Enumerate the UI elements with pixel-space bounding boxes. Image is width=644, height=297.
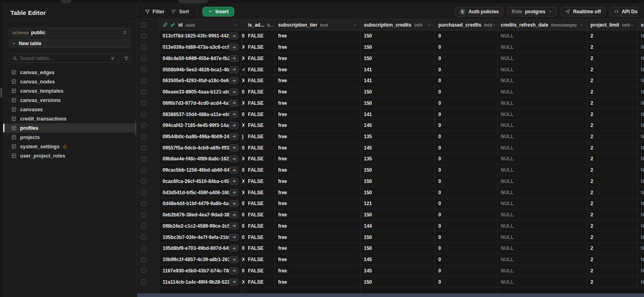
credits-refresh-date-cell[interactable]: NULL xyxy=(497,131,587,142)
column-header-is-admin[interactable]: is_ad... b... xyxy=(245,19,275,30)
table-row[interactable]: 0508b94b-5ee2-4626-bca1-4bca... -0 FALSE… xyxy=(137,64,644,75)
is-admin-cell[interactable]: FALSE xyxy=(245,142,275,153)
project-limit-cell[interactable]: 2 xyxy=(587,276,638,287)
is-admin-cell[interactable]: FALSE xyxy=(245,220,275,231)
truncated-cell[interactable]: 0 xyxy=(241,232,245,243)
subscription-credits-cell[interactable]: 135 xyxy=(361,131,435,142)
subscription-credits-cell[interactable]: 145 xyxy=(361,120,435,131)
subscription-credits-cell[interactable]: 145 xyxy=(361,254,435,265)
purchased-credits-cell[interactable]: 0 xyxy=(435,120,497,131)
api-docs-button[interactable]: API Do xyxy=(609,7,638,17)
subscription-tier-cell[interactable]: free xyxy=(275,176,361,187)
subscription-credits-cell[interactable]: 150 xyxy=(361,243,435,254)
table-row[interactable]: 11a114cb-1a4c-49f4-9b28-52219ec... X FAL… xyxy=(137,276,644,288)
row-checkbox[interactable] xyxy=(141,112,147,117)
subscription-tier-cell[interactable]: free xyxy=(275,232,361,243)
truncated-cell[interactable]: 0( xyxy=(241,220,245,231)
subscription-tier-cell[interactable]: free xyxy=(275,98,361,108)
expand-row-button[interactable] xyxy=(229,100,239,107)
truncated-cell[interactable]: 0 xyxy=(241,198,245,209)
search-tables-input[interactable]: Search tables... xyxy=(9,54,119,63)
credits-refresh-date-cell[interactable]: NULL xyxy=(497,154,587,164)
sidebar-table-item[interactable]: canvas_edges xyxy=(3,68,137,77)
truncated-right-cell[interactable]: NU xyxy=(638,210,644,220)
expand-row-button[interactable] xyxy=(229,178,239,185)
truncated-right-cell[interactable]: NU xyxy=(638,232,644,243)
table-row[interactable]: 1167e930-e5b0-43b7-b74c-788c9... 0 FALSE… xyxy=(137,265,644,276)
truncated-cell[interactable]: X xyxy=(241,42,245,53)
row-checkbox[interactable] xyxy=(141,45,147,50)
chevrons-down-icon[interactable] xyxy=(110,56,115,61)
truncated-cell[interactable]: 0 xyxy=(241,210,245,220)
credits-refresh-date-cell[interactable]: NULL xyxy=(497,198,587,209)
purchased-credits-cell[interactable]: 0 xyxy=(435,53,497,64)
subscription-credits-cell[interactable]: 141 xyxy=(361,64,435,75)
id-cell[interactable]: 09557f5a-0dcb-4cb9-a6fb-fff366... xyxy=(159,142,241,153)
expand-row-button[interactable] xyxy=(229,77,239,84)
subscription-credits-cell[interactable]: 150 xyxy=(361,276,435,287)
subscription-tier-cell[interactable]: free xyxy=(275,31,361,42)
sidebar-table-item[interactable]: canvases xyxy=(3,105,137,114)
row-checkbox[interactable] xyxy=(141,212,147,218)
truncated-right-cell[interactable]: NU xyxy=(638,98,644,108)
expand-row-button[interactable] xyxy=(229,155,239,162)
id-cell[interactable]: 0f8b24e2-c1c2-4589-99ce-2c52d... xyxy=(159,220,241,231)
row-checkbox[interactable] xyxy=(141,67,147,72)
row-checkbox[interactable] xyxy=(141,33,147,39)
is-admin-cell[interactable]: FALSE xyxy=(245,42,275,53)
id-cell[interactable]: 1167e930-e5b0-43b7-b74c-788c9... xyxy=(159,265,241,276)
row-checkbox[interactable] xyxy=(141,190,147,195)
row-checkbox[interactable] xyxy=(141,268,147,273)
expand-row-button[interactable] xyxy=(229,32,239,39)
expand-row-button[interactable] xyxy=(229,200,239,207)
project-limit-cell[interactable]: 2 xyxy=(587,187,638,198)
is-admin-cell[interactable]: FALSE xyxy=(245,232,275,243)
chevron-down-icon[interactable] xyxy=(492,23,496,27)
subscription-tier-cell[interactable]: free xyxy=(275,265,361,276)
id-cell[interactable]: 013e039a-fd89-473a-a3c6-ccfa9... xyxy=(159,42,241,53)
expand-row-button[interactable] xyxy=(229,267,239,274)
project-limit-cell[interactable]: 2 xyxy=(587,98,638,108)
new-table-button[interactable]: + New table xyxy=(9,39,131,48)
truncated-right-cell[interactable]: NU xyxy=(638,53,644,64)
is-admin-cell[interactable]: FALSE xyxy=(245,120,275,131)
expand-row-button[interactable] xyxy=(229,111,239,118)
project-limit-cell[interactable]: 2 xyxy=(587,31,638,42)
subscription-tier-cell[interactable]: free xyxy=(275,243,361,254)
credits-refresh-date-cell[interactable]: NULL xyxy=(497,53,587,64)
chevron-down-icon[interactable] xyxy=(353,23,357,27)
truncated-right-cell[interactable]: NU xyxy=(638,165,644,176)
project-limit-cell[interactable]: 2 xyxy=(587,254,638,265)
column-header-subscription-credits[interactable]: subscription_credits int4 xyxy=(361,19,435,30)
expand-row-button[interactable] xyxy=(229,278,239,286)
table-row[interactable]: 048c4e50-b989-455e-847e-fb2f... X FALSE … xyxy=(137,53,644,64)
truncated-cell[interactable]: X xyxy=(241,176,245,187)
purchased-credits-cell[interactable]: 0 xyxy=(435,176,497,187)
subscription-credits-cell[interactable]: 145 xyxy=(361,142,435,153)
truncated-right-cell[interactable]: NU xyxy=(638,176,644,187)
id-cell[interactable]: 105d8bf9-e703-49bd-807d-645e... xyxy=(159,243,241,254)
truncated-right-cell[interactable]: NU xyxy=(638,131,644,142)
expand-row-button[interactable] xyxy=(229,189,239,196)
credits-refresh-date-cell[interactable]: NULL xyxy=(497,276,587,287)
table-row[interactable]: 09557f5a-0dcb-4cb9-a6fb-fff366... 0( FAL… xyxy=(137,142,644,154)
project-limit-cell[interactable]: 2 xyxy=(587,75,638,86)
id-cell[interactable]: 08386537-10d4-488a-a11e-eb5a6... xyxy=(159,109,241,120)
column-header-credits-refresh-date[interactable]: credits_refresh_date timestamptz xyxy=(497,19,587,30)
subscription-tier-cell[interactable]: free xyxy=(275,87,361,98)
id-cell[interactable]: 06eaee33-8905-4aaa-b121-ab552... xyxy=(159,87,241,98)
is-admin-cell[interactable]: FALSE xyxy=(245,254,275,265)
subscription-tier-cell[interactable]: free xyxy=(275,131,361,142)
id-cell[interactable]: 0eb2b676-38ed-4ea7-9dad-38e6... xyxy=(159,210,241,220)
truncated-cell[interactable]: -0 xyxy=(241,64,245,75)
truncated-cell[interactable]: 0 xyxy=(241,109,245,120)
role-select[interactable]: Role postgres xyxy=(507,7,557,17)
subscription-credits-cell[interactable]: 141 xyxy=(361,75,435,86)
truncated-cell[interactable]: 0 xyxy=(241,87,245,98)
subscription-tier-cell[interactable]: free xyxy=(275,154,361,164)
truncated-right-cell[interactable]: NU xyxy=(638,64,644,75)
expand-row-button[interactable] xyxy=(229,234,239,241)
truncated-right-cell[interactable]: NU xyxy=(638,142,644,153)
credits-refresh-date-cell[interactable]: NULL xyxy=(497,243,587,254)
column-header-subscription-tier[interactable]: subscription_tier text xyxy=(275,19,361,30)
